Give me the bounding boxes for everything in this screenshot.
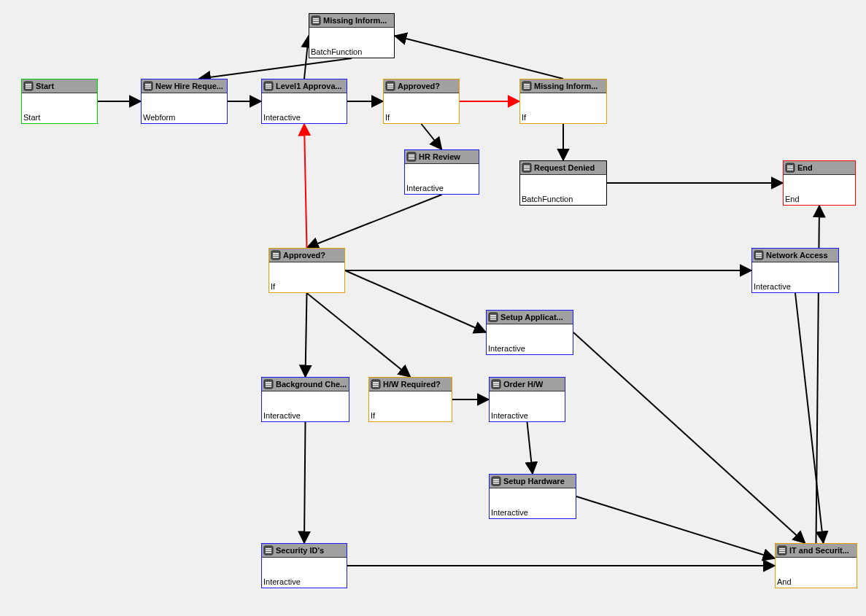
edge-approved1-hrreview[interactable] [422, 124, 442, 149]
node-title-bar[interactable]: Level1 Approva... [262, 79, 347, 93]
edge-missing2-missing_top[interactable] [395, 36, 563, 79]
node-bgcheck[interactable]: Background Che...Interactive [261, 377, 349, 422]
node-title-bar[interactable]: Request Denied [520, 161, 606, 175]
svg-rect-43 [756, 257, 762, 258]
svg-rect-66 [266, 550, 271, 552]
node-title: Security ID's [276, 546, 324, 555]
menu-icon[interactable] [371, 379, 381, 389]
node-orderhw[interactable]: Order H/WInteractive [489, 377, 565, 422]
edge-approved2-bgcheck[interactable] [306, 293, 307, 377]
svg-rect-18 [387, 86, 393, 87]
node-type-label: And [777, 577, 792, 586]
menu-icon[interactable] [522, 81, 532, 91]
menu-icon[interactable] [488, 312, 498, 322]
svg-rect-26 [409, 157, 414, 158]
node-end[interactable]: EndEnd [783, 160, 856, 206]
menu-icon[interactable] [777, 545, 787, 555]
menu-icon[interactable] [522, 163, 532, 173]
node-title-bar[interactable]: Approved? [384, 79, 459, 93]
node-title-bar[interactable]: End [784, 161, 855, 175]
menu-icon[interactable] [263, 81, 274, 91]
node-title-bar[interactable]: Setup Hardware [490, 475, 576, 488]
node-title: End [797, 163, 813, 172]
edge-approved2-level1[interactable] [304, 124, 307, 248]
node-setupapp[interactable]: Setup Applicat...Interactive [486, 310, 573, 355]
svg-rect-13 [313, 18, 319, 20]
node-title: Network Access [766, 251, 828, 260]
menu-icon[interactable] [143, 81, 153, 91]
menu-icon[interactable] [491, 476, 501, 486]
edge-bgcheck-security[interactable] [304, 422, 306, 543]
node-type-label: Interactive [263, 411, 301, 420]
edge-setupapp-itsec[interactable] [573, 332, 805, 543]
node-start[interactable]: StartStart [21, 79, 98, 124]
menu-icon[interactable] [263, 545, 274, 555]
node-title-bar[interactable]: Approved? [269, 249, 344, 262]
node-title: Level1 Approva... [276, 82, 342, 90]
node-title-bar[interactable]: Setup Applicat... [487, 311, 573, 324]
menu-icon[interactable] [263, 379, 274, 389]
node-newhire[interactable]: New Hire Reque...Webform [141, 79, 228, 124]
node-approved2[interactable]: Approved?If [268, 248, 345, 293]
menu-icon[interactable] [754, 250, 764, 260]
menu-icon[interactable] [23, 81, 34, 91]
node-itsec[interactable]: IT and Securit...And [775, 543, 857, 588]
svg-rect-10 [266, 86, 271, 87]
node-type-label: Interactive [491, 411, 528, 420]
node-level1[interactable]: Level1 Approva...Interactive [261, 79, 347, 124]
node-title-bar[interactable]: Start [22, 79, 97, 93]
workflow-canvas[interactable]: StartStartNew Hire Reque...WebformLevel1… [0, 0, 866, 616]
menu-icon[interactable] [385, 81, 395, 91]
svg-rect-9 [266, 84, 271, 85]
svg-rect-17 [387, 84, 393, 85]
node-title-bar[interactable]: Background Che... [262, 378, 349, 391]
svg-rect-23 [524, 87, 530, 89]
edge-approved2-setupapp[interactable] [345, 270, 486, 332]
node-hwreq[interactable]: H/W Required?If [368, 377, 452, 422]
svg-rect-21 [524, 84, 530, 85]
node-title-bar[interactable]: HR Review [405, 150, 479, 164]
edge-hrreview-approved2[interactable] [307, 195, 442, 248]
menu-icon[interactable] [785, 163, 795, 173]
edge-orderhw-setuphw[interactable] [527, 422, 533, 474]
menu-icon[interactable] [491, 379, 501, 389]
node-title-bar[interactable]: Missing Inform... [309, 14, 394, 28]
menu-icon[interactable] [406, 152, 417, 162]
node-type-label: End [785, 195, 800, 203]
node-title-bar[interactable]: Order H/W [490, 378, 565, 391]
node-title: Missing Inform... [534, 82, 598, 90]
node-missing2[interactable]: Missing Inform...If [519, 79, 607, 124]
svg-rect-67 [266, 552, 271, 553]
svg-rect-30 [524, 168, 530, 169]
node-title-bar[interactable]: H/W Required? [369, 378, 452, 391]
node-title-bar[interactable]: New Hire Reque... [142, 79, 227, 93]
node-title-bar[interactable]: IT and Securit... [776, 544, 857, 558]
svg-rect-71 [779, 552, 785, 553]
menu-icon[interactable] [271, 250, 281, 260]
node-title-bar[interactable]: Security ID's [262, 544, 347, 558]
svg-rect-59 [493, 386, 499, 387]
svg-rect-2 [26, 86, 31, 87]
node-network[interactable]: Network AccessInteractive [751, 248, 839, 293]
svg-rect-41 [756, 253, 762, 254]
svg-rect-37 [273, 253, 279, 254]
node-denied[interactable]: Request DeniedBatchFunction [519, 160, 607, 206]
node-approved1[interactable]: Approved?If [383, 79, 460, 124]
node-setuphw[interactable]: Setup HardwareInteractive [489, 474, 576, 519]
node-missing_top[interactable]: Missing Inform...BatchFunction [309, 13, 395, 58]
node-type-label: Interactive [488, 344, 525, 353]
node-security[interactable]: Security ID'sInteractive [261, 543, 347, 588]
node-hrreview[interactable]: HR ReviewInteractive [404, 149, 479, 195]
node-title: Background Che... [276, 380, 347, 389]
svg-rect-49 [266, 382, 271, 383]
node-type-label: If [371, 411, 375, 420]
edge-setuphw-itsec[interactable] [576, 496, 775, 558]
node-title-bar[interactable]: Network Access [752, 249, 838, 262]
edge-missing_top-newhire[interactable] [199, 58, 352, 79]
edge-network-itsec[interactable] [795, 293, 824, 543]
svg-rect-65 [266, 548, 271, 550]
edge-approved2-hwreq[interactable] [307, 293, 411, 377]
node-title-bar[interactable]: Missing Inform... [520, 79, 606, 93]
menu-icon[interactable] [311, 15, 321, 26]
svg-rect-51 [266, 386, 271, 387]
